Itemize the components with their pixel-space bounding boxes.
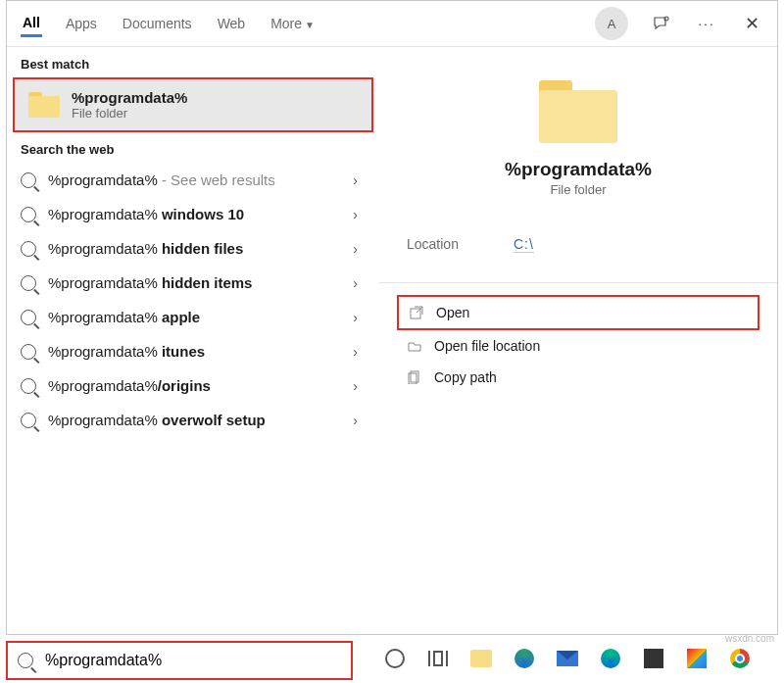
chevron-right-icon[interactable]: ›: [353, 275, 366, 291]
chevron-down-icon: ▼: [305, 20, 315, 30]
taskview-icon[interactable]: [425, 646, 451, 671]
chevron-right-icon[interactable]: ›: [353, 172, 366, 188]
best-match-subtitle: File folder: [72, 106, 187, 121]
web-result[interactable]: %programdata% hidden items ›: [7, 266, 379, 300]
web-result[interactable]: %programdata% overwolf setup ›: [7, 403, 379, 437]
chevron-right-icon[interactable]: ›: [353, 344, 366, 360]
best-match-title: %programdata%: [72, 89, 187, 106]
chevron-right-icon[interactable]: ›: [353, 310, 366, 325]
divider: [379, 282, 777, 283]
feedback-icon[interactable]: [650, 12, 673, 35]
mail-icon[interactable]: [555, 646, 580, 671]
tab-bar: All Apps Documents Web More▼ A ··· ✕: [7, 1, 777, 46]
detail-title: %programdata%: [505, 159, 652, 180]
tab-documents[interactable]: Documents: [121, 12, 194, 35]
best-match-result[interactable]: %programdata% File folder: [13, 77, 373, 132]
detail-pane: %programdata% File folder Location C:\ O…: [379, 47, 777, 634]
open-icon: [409, 305, 424, 320]
web-result[interactable]: %programdata% apple ›: [7, 300, 379, 334]
chevron-right-icon[interactable]: ›: [353, 413, 366, 428]
search-input[interactable]: [43, 651, 341, 670]
web-result[interactable]: %programdata% windows 10 ›: [7, 197, 379, 231]
tab-all[interactable]: All: [21, 11, 42, 37]
folder-icon: [539, 80, 617, 143]
location-label: Location: [407, 236, 459, 253]
chevron-right-icon[interactable]: ›: [353, 241, 366, 257]
tab-web[interactable]: Web: [216, 12, 248, 35]
search-icon: [18, 653, 33, 668]
search-web-header: Search the web: [7, 132, 379, 163]
search-icon: [21, 344, 36, 360]
edge-icon[interactable]: [512, 646, 537, 671]
svg-point-0: [664, 17, 668, 21]
results-column: Best match %programdata% File folder Sea…: [7, 47, 379, 634]
open-action[interactable]: Open: [397, 295, 760, 330]
tab-more[interactable]: More▼: [269, 12, 317, 35]
search-icon: [21, 413, 36, 428]
chevron-right-icon[interactable]: ›: [353, 207, 366, 222]
copy-icon: [407, 369, 422, 385]
search-icon: [21, 241, 36, 257]
web-result[interactable]: %programdata% itunes ›: [7, 334, 379, 368]
search-icon: [21, 172, 36, 188]
user-avatar[interactable]: A: [595, 7, 628, 40]
web-result[interactable]: %programdata% hidden files ›: [7, 231, 379, 266]
location-value[interactable]: C:\: [514, 236, 534, 253]
open-location-action[interactable]: Open file location: [397, 330, 760, 362]
best-match-header: Best match: [7, 47, 379, 77]
close-button[interactable]: ✕: [740, 12, 763, 35]
search-panel: All Apps Documents Web More▼ A ··· ✕ Bes…: [6, 0, 778, 635]
chevron-right-icon[interactable]: ›: [353, 378, 366, 394]
folder-open-icon: [407, 338, 422, 354]
detail-subtitle: File folder: [550, 182, 606, 197]
powertoys-icon[interactable]: [684, 646, 710, 671]
taskbar: [363, 640, 784, 677]
cortana-icon[interactable]: [382, 646, 408, 671]
more-options-icon[interactable]: ···: [695, 12, 718, 35]
tab-apps[interactable]: Apps: [64, 12, 99, 35]
search-icon: [21, 275, 36, 291]
web-result[interactable]: %programdata%/origins ›: [7, 368, 379, 403]
store-icon[interactable]: [641, 646, 666, 671]
watermark: wsxdn.com: [725, 633, 774, 644]
chrome-icon[interactable]: [727, 646, 753, 671]
search-icon: [21, 207, 36, 222]
browser-icon[interactable]: [598, 646, 623, 671]
file-explorer-icon[interactable]: [468, 646, 494, 671]
search-icon: [21, 310, 36, 325]
copy-path-action[interactable]: Copy path: [397, 362, 760, 393]
folder-icon: [28, 92, 60, 118]
search-icon: [21, 378, 36, 394]
search-box[interactable]: [6, 641, 353, 680]
web-result[interactable]: %programdata% - See web results ›: [7, 163, 379, 197]
